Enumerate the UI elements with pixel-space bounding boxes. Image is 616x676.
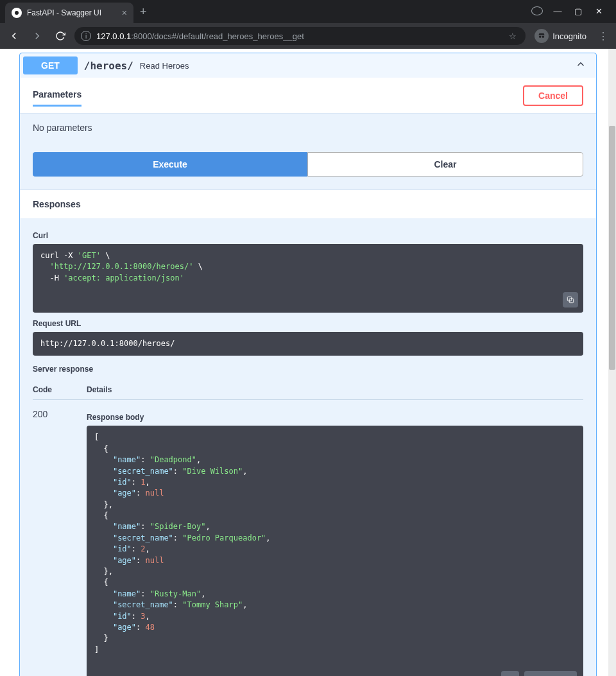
execute-button[interactable]: Execute [33,152,307,177]
responses-heading: Responses [20,189,596,218]
page-scrollbar[interactable] [608,49,616,676]
reload-button[interactable] [51,27,69,45]
tab-bar: FastAPI - Swagger UI × + — ▢ ✕ [0,0,616,23]
parameters-tab[interactable]: Parameters [33,84,81,107]
incognito-badge: Incognito [531,29,590,43]
http-method-badge: GET [23,56,78,74]
copy-icon[interactable] [563,292,578,308]
code-column-header: Code [33,385,87,394]
curl-block: curl -X 'GET' \ 'http://127.0.0.1:8000/h… [33,244,583,313]
download-button[interactable]: Download [524,671,577,676]
new-tab-button[interactable]: + [133,5,153,19]
endpoint-summary: Read Heroes [140,61,189,71]
scrollbar-thumb[interactable] [609,126,615,370]
server-response-label: Server response [33,365,583,374]
site-info-icon[interactable]: i [81,31,91,41]
svg-point-0 [539,35,542,38]
bookmark-star-icon[interactable]: ☆ [506,31,519,41]
tab-title: FastAPI - Swagger UI [27,8,101,17]
maximize-icon[interactable]: ▢ [572,6,584,17]
response-body-label: Response body [87,413,583,422]
operation-summary[interactable]: GET /heroes/ Read Heroes [20,53,596,78]
close-window-icon[interactable]: ✕ [593,6,604,17]
clear-button[interactable]: Clear [307,152,583,177]
address-bar[interactable]: i 127.0.0.1:8000/docs#/default/read_hero… [74,27,526,45]
browser-menu-icon[interactable]: ⋮ [595,30,611,42]
browser-tab[interactable]: FastAPI - Swagger UI × [5,3,133,23]
svg-point-1 [542,35,545,38]
url-text: 127.0.0.1:8000/docs#/default/read_heroes… [96,31,304,41]
curl-label: Curl [33,231,583,240]
cancel-button[interactable]: Cancel [523,85,583,106]
incognito-icon [535,29,549,43]
close-tab-icon[interactable]: × [122,8,127,18]
response-body-block: [ { "name": "Deadpond", "secret_name": "… [87,426,583,676]
details-column-header: Details [87,385,112,394]
back-button[interactable] [5,27,23,45]
endpoint-path: /heroes/ [84,60,133,72]
request-url-block: http://127.0.0.1:8000/heroes/ [33,332,583,356]
tab-favicon [12,8,22,18]
minimize-icon[interactable]: — [552,6,563,17]
chevron-up-icon[interactable] [575,58,586,73]
forward-button[interactable] [28,27,46,45]
window-circle-icon[interactable] [531,6,543,17]
copy-icon[interactable] [501,671,519,676]
response-code: 200 [33,409,87,676]
no-parameters-text: No parameters [33,123,583,133]
request-url-label: Request URL [33,319,583,328]
